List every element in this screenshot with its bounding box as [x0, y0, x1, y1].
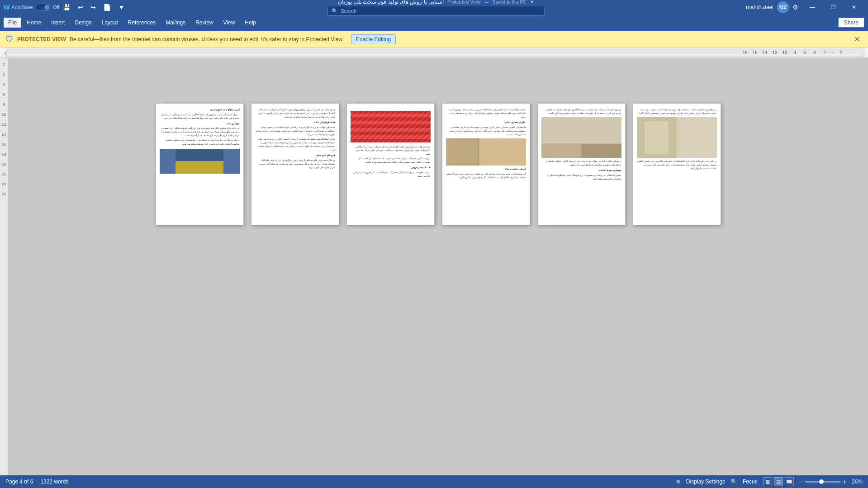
title-bar-center: آشنایی با روش های تولید فوم سخت پلی یورت… — [126, 0, 746, 16]
settings-icon[interactable]: ⚙ — [792, 4, 798, 11]
focus-label[interactable]: Focus — [743, 479, 758, 485]
tab-review[interactable]: Review — [191, 18, 218, 28]
search-bar[interactable]: 🔍 Search — [327, 6, 545, 16]
autosave-knob — [44, 5, 50, 10]
shield-icon: 🛡 — [5, 34, 14, 44]
side-ruler-10: 10 — [0, 109, 8, 119]
search-magnifier-icon: 🔍 — [332, 8, 338, 14]
user-initials: MZ — [779, 5, 787, 10]
ruler-num-10: 10 — [780, 50, 790, 55]
share-button[interactable]: Share — [838, 18, 864, 28]
status-bar-right: ⚙ Display Settings 🔍 Focus ▦ ▤ 📖 − + 26% — [676, 477, 863, 486]
web-view-icon[interactable]: ▤ — [774, 477, 783, 486]
display-settings-label[interactable]: Display Settings — [686, 479, 725, 485]
tab-home[interactable]: Home — [22, 18, 46, 28]
page-4[interactable]: مقایسه آنها هم به لحاظ کیفی و هم به لحاظ… — [442, 103, 530, 225]
zoom-out-button[interactable]: − — [799, 478, 803, 485]
page-3[interactable]: این محصولات برای پوشش سقف های صنعتی و تج… — [346, 103, 435, 225]
enable-editing-button[interactable]: Enable Editing — [351, 34, 396, 44]
protected-view-bar: 🛡 PROTECTED VIEW Be careful—files from t… — [0, 31, 868, 48]
title-bar-right: mahdi ziaei MZ ⚙ — ❐ ✕ — [746, 0, 864, 14]
saved-dropdown[interactable]: ▼ — [530, 0, 534, 5]
word-logo-icon: W — [4, 4, 9, 11]
read-mode-icon[interactable]: 📖 — [785, 477, 794, 486]
tab-design[interactable]: Design — [70, 18, 96, 28]
page-1[interactable]: کاربرد و انواع ماده عایق پشم بز: در بازا… — [156, 103, 244, 225]
page-6-content: و در پایان باید به اهمیت انتخاب صحیح موا… — [637, 108, 717, 115]
page-2-content: در هر حال مطالعاتی که در بین بازاریان ته… — [255, 108, 335, 170]
saved-status: Saved to this PC — [493, 0, 526, 5]
ribbon: File Home Insert Design Layout Reference… — [0, 14, 868, 31]
autosave-state: Off — [53, 5, 59, 10]
page-6[interactable]: و در پایان باید به اهمیت انتخاب صحیح موا… — [633, 103, 721, 225]
ruler-separator: ⋯ — [830, 50, 835, 55]
save-icon[interactable]: 💾 — [61, 3, 72, 12]
pages-row: کاربرد و انواع ماده عایق پشم بز: در بازا… — [156, 103, 721, 225]
autosave-label: AutoSave — [11, 5, 33, 10]
minimize-button[interactable]: — — [802, 0, 823, 14]
ruler-container: ↕ 18 16 14 12 10 8 6 4 2 ⋯ 2 — [0, 48, 868, 58]
status-bar: Page 4 of 6 1322 words ⚙ Display Setting… — [0, 475, 868, 488]
page-3-image — [351, 111, 431, 142]
page-5-image — [541, 117, 621, 158]
side-ruler: 2 2 4 6 8 10 12 14 16 18 20 22 24 26 — [0, 58, 8, 475]
side-ruler-12: 12 — [0, 119, 8, 129]
user-avatar[interactable]: MZ — [777, 1, 789, 13]
side-ruler-14: 14 — [0, 129, 8, 139]
ruler-bar: 18 16 14 12 10 8 6 4 2 ⋯ 2 — [6, 49, 864, 57]
side-ruler-22: 22 — [0, 169, 8, 179]
ruler-num-16: 16 — [750, 50, 760, 55]
page-4-content: مقایسه آنها هم به لحاظ کیفی و هم به لحاظ… — [446, 108, 526, 137]
page-5[interactable]: این نوع عایق ها در ساخت و سازهای مدرن جا… — [537, 103, 626, 225]
zoom-thumb — [819, 479, 824, 484]
tab-view[interactable]: View — [219, 18, 240, 28]
zoom-controls: − + — [799, 478, 846, 485]
ruler-num-12: 12 — [770, 50, 780, 55]
side-ruler-20: 20 — [0, 159, 8, 169]
document-area[interactable]: کاربرد و انواع ماده عایق پشم بز: در بازا… — [8, 58, 868, 475]
ruler-num-2b: 2 — [836, 50, 846, 55]
side-ruler-8: 8 — [0, 99, 8, 109]
customize-icon[interactable]: ▼ — [116, 3, 126, 12]
zoom-in-button[interactable]: + — [843, 478, 846, 485]
redo-icon[interactable]: ↪ — [89, 3, 98, 12]
new-doc-icon[interactable]: 📄 — [101, 3, 113, 12]
ruler-numbers: 18 16 14 12 10 8 6 4 2 ⋯ 2 — [740, 50, 846, 55]
undo-icon[interactable]: ↩ — [76, 3, 85, 12]
page-6-content-2: و در آخر باید به این نکته اشاره کرد که ا… — [637, 160, 717, 171]
tab-help[interactable]: Help — [240, 18, 261, 28]
ruler-num-4: 4 — [810, 50, 820, 55]
view-mode-label: Protected View — [447, 0, 481, 5]
print-layout-icon[interactable]: ▦ — [763, 477, 772, 486]
tab-file[interactable]: File — [4, 18, 21, 28]
side-ruler-16: 16 — [0, 139, 8, 149]
side-ruler-6: 6 — [0, 90, 8, 99]
zoom-percentage[interactable]: 26% — [852, 479, 863, 485]
page-4-image — [446, 138, 526, 166]
tab-references[interactable]: References — [123, 18, 160, 28]
page-4-content-2: فروش به عمده و جزء: این محصولات در بسته … — [446, 167, 526, 180]
main-area: 2 2 4 6 8 10 12 14 16 18 20 22 24 26 کار… — [0, 58, 868, 475]
side-ruler-4: 4 — [0, 80, 8, 90]
title-bar: W AutoSave Off 💾 ↩ ↪ 📄 ▼ آشنایی با روش ه… — [0, 0, 868, 14]
side-ruler-26: 26 — [0, 189, 8, 199]
saved-label: — — [484, 0, 489, 5]
quick-access-icons: 💾 ↩ ↪ 📄 ▼ — [61, 3, 126, 12]
side-ruler-24: 24 — [0, 179, 8, 189]
restore-button[interactable]: ❐ — [823, 0, 844, 14]
close-protected-bar-button[interactable]: ✕ — [851, 34, 863, 44]
side-ruler-2: 2 — [0, 60, 8, 70]
close-button[interactable]: ✕ — [844, 0, 864, 14]
window-controls: — ❐ ✕ — [802, 0, 864, 14]
autosave-toggle[interactable] — [35, 4, 51, 11]
page-2[interactable]: در هر حال مطالعاتی که در بین بازاریان ته… — [251, 103, 339, 225]
tab-mailings[interactable]: Mailings — [161, 18, 190, 28]
zoom-slider[interactable] — [805, 481, 841, 483]
ruler-num-8: 8 — [790, 50, 800, 55]
word-count: 1322 words — [40, 479, 68, 485]
tab-layout[interactable]: Layout — [97, 18, 123, 28]
protected-view-title: PROTECTED VIEW — [17, 36, 66, 43]
display-settings-icon[interactable]: ⚙ — [676, 479, 681, 485]
tab-insert[interactable]: Insert — [47, 18, 69, 28]
focus-icon[interactable]: 🔍 — [730, 479, 737, 485]
